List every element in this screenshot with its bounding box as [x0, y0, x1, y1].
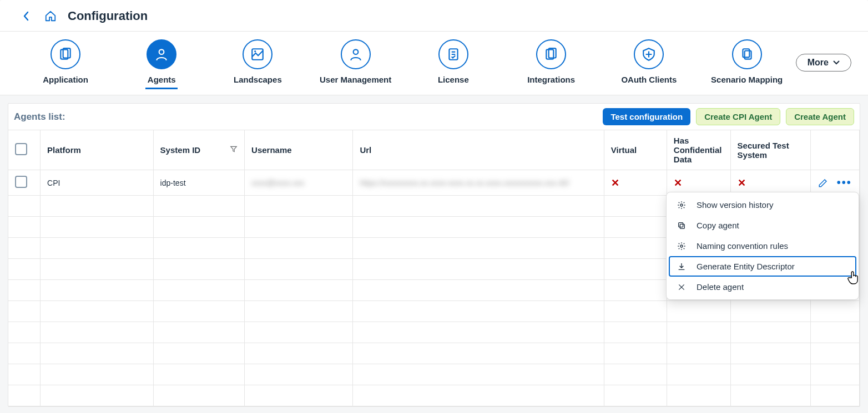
gear-icon	[677, 242, 687, 251]
license-icon	[446, 47, 461, 62]
agents-list-title: Agents list:	[14, 111, 65, 123]
back-button[interactable]	[17, 7, 36, 26]
col-platform[interactable]: Platform	[41, 130, 154, 170]
table-row-empty	[8, 385, 860, 406]
page-header: Configuration	[0, 0, 868, 32]
row-context-menu: Show version history Copy agent Naming c…	[666, 192, 859, 300]
create-cpi-agent-button[interactable]: Create CPI Agent	[696, 108, 780, 125]
row-more-button[interactable]: •••	[837, 176, 852, 189]
cell-virtual: ✕	[604, 170, 667, 196]
svg-point-14	[680, 245, 683, 247]
menu-naming-convention[interactable]: Naming convention rules	[667, 236, 859, 256]
row-checkbox[interactable]	[15, 176, 27, 188]
nav-scenario-mapping[interactable]: Scenario Mapping	[698, 39, 796, 88]
svg-point-11	[680, 204, 683, 206]
col-system-id-label: System ID	[160, 145, 201, 155]
agents-icon	[154, 47, 169, 62]
col-virtual[interactable]: Virtual	[604, 130, 667, 170]
x-icon	[677, 283, 687, 291]
nav-label: Scenario Mapping	[711, 75, 783, 84]
oauth-clients-icon	[642, 47, 656, 62]
cell-system-id: idp-test	[153, 170, 244, 196]
application-icon	[58, 47, 73, 62]
filter-icon[interactable]	[230, 145, 238, 153]
page-title: Configuration	[68, 9, 148, 23]
table-row-empty	[8, 343, 860, 364]
test-configuration-button[interactable]: Test configuration	[603, 108, 690, 125]
nav-oauth-clients[interactable]: OAuth Clients	[600, 39, 698, 88]
nav-landscapes[interactable]: Landscapes	[209, 39, 306, 88]
nav-more-label: More	[808, 58, 829, 68]
menu-label: Show version history	[697, 200, 773, 210]
nav-application[interactable]: Application	[17, 39, 114, 88]
menu-show-version-history[interactable]: Show version history	[667, 195, 859, 215]
menu-delete-agent[interactable]: Delete agent	[667, 277, 859, 297]
table-row-empty	[8, 301, 860, 322]
menu-label: Delete agent	[697, 282, 744, 292]
nav-label: Application	[43, 75, 88, 84]
chevron-down-icon	[833, 60, 840, 65]
svg-rect-12	[680, 224, 684, 228]
col-actions	[810, 130, 859, 170]
menu-copy-agent[interactable]: Copy agent	[667, 215, 859, 236]
nav-agents[interactable]: Agents	[145, 39, 178, 89]
svg-point-4	[254, 50, 256, 52]
select-all-checkbox[interactable]	[15, 143, 27, 155]
nav-label: Landscapes	[234, 75, 282, 84]
gear-icon	[677, 201, 687, 210]
menu-generate-entity-descriptor[interactable]: Generate Entity Descriptor	[669, 256, 856, 277]
copy-icon	[677, 221, 687, 230]
nav-more-button[interactable]: More	[796, 54, 851, 72]
svg-point-2	[159, 49, 164, 54]
scenario-mapping-icon	[740, 47, 754, 62]
nav-label: User Management	[320, 75, 391, 84]
nav-license[interactable]: License	[405, 39, 502, 88]
col-has-confidential[interactable]: Has Confidential Data	[667, 130, 730, 170]
col-system-id[interactable]: System ID	[153, 130, 244, 170]
download-icon	[677, 262, 687, 271]
svg-rect-13	[679, 222, 683, 227]
nav-label: Integrations	[527, 75, 575, 84]
nav-label: License	[438, 75, 469, 84]
cell-platform: CPI	[41, 170, 154, 196]
menu-label: Generate Entity Descriptor	[697, 262, 795, 271]
nav-user-management[interactable]: User Management	[307, 39, 405, 88]
table-row-empty	[8, 322, 860, 343]
table-row-empty	[8, 364, 860, 385]
nav-tabs: Application Agents Landscapes User Manag…	[0, 32, 868, 95]
home-button[interactable]	[41, 7, 60, 26]
svg-point-5	[353, 49, 358, 54]
cell-url: https://xxxxxxxxx.xx.xxxx-xxxx.xx.xx.xxx…	[353, 170, 604, 196]
nav-label: OAuth Clients	[621, 75, 677, 84]
home-icon	[44, 10, 57, 22]
create-agent-button[interactable]: Create Agent	[786, 108, 854, 125]
edit-button[interactable]	[818, 178, 828, 188]
col-url[interactable]: Url	[353, 130, 604, 170]
menu-label: Copy agent	[697, 221, 739, 230]
nav-label: Agents	[148, 75, 176, 84]
nav-integrations[interactable]: Integrations	[502, 39, 600, 88]
col-username[interactable]: Username	[245, 130, 353, 170]
menu-label: Naming convention rules	[697, 241, 788, 251]
chevron-left-icon	[23, 11, 29, 21]
integrations-icon	[544, 47, 558, 62]
landscapes-icon	[250, 47, 265, 62]
user-management-icon	[349, 47, 363, 62]
cell-username: xxxx@xxxx.xxx	[245, 170, 353, 196]
col-secured[interactable]: Secured Test System	[730, 130, 810, 170]
